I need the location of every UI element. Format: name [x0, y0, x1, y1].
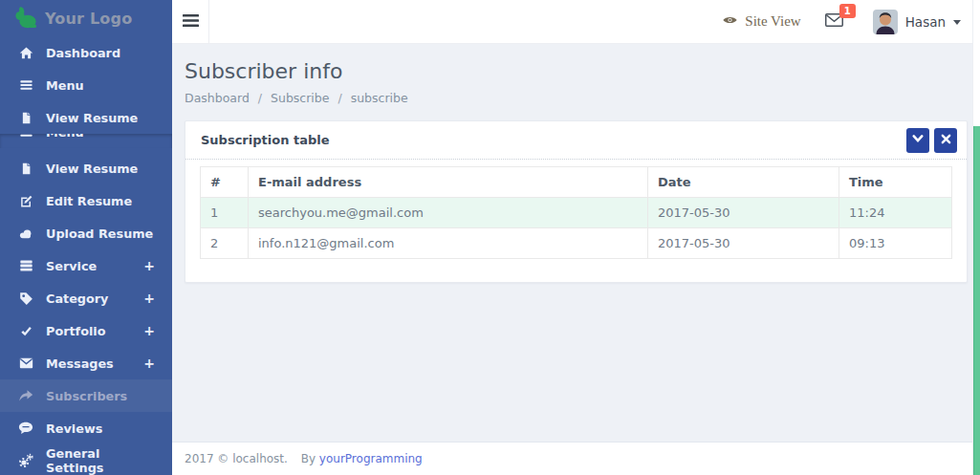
tag-icon: [18, 291, 33, 306]
gears-icon: [18, 453, 33, 468]
table-header-row: # E-mail address Date Time: [201, 167, 952, 198]
panel-title: Subscription table: [201, 133, 330, 147]
sidebar-item-label: Reviews: [46, 421, 102, 436]
column-header-email: E-mail address: [249, 167, 648, 198]
collapse-button[interactable]: [906, 128, 929, 153]
cell-index: 2: [201, 228, 249, 259]
sidebar-lower-nav: View Resume Edit Resume Upload Resume Se…: [0, 152, 172, 475]
breadcrumb-item-dashboard[interactable]: Dashboard: [185, 91, 250, 105]
file-icon: [18, 161, 33, 176]
user-menu[interactable]: Hasan: [873, 10, 961, 34]
copyright-text: 2017 © localhost.: [185, 452, 288, 465]
sidebar-item-general-settings[interactable]: General Settings: [0, 444, 172, 475]
page-title: Subscriber info: [185, 59, 968, 83]
hamburger-icon: [183, 13, 199, 31]
sidebar-item-dashboard[interactable]: Dashboard: [0, 36, 172, 69]
topbar: Site View 1 Hasan: [172, 0, 980, 44]
breadcrumb-item-subscribe[interactable]: Subscribe: [271, 91, 329, 105]
sidebar-item-messages[interactable]: Messages +: [0, 347, 172, 379]
sidebar-toggle-button[interactable]: [172, 0, 209, 44]
sidebar-item-label: Subscribers: [46, 389, 127, 403]
sidebar-item-service[interactable]: Service +: [0, 249, 172, 282]
check-icon: [18, 323, 33, 338]
cell-email: searchyou.me@gmail.com: [249, 198, 648, 228]
breadcrumb-item-current: subscribe: [351, 91, 408, 105]
sidebar-item-portfolio[interactable]: Portfolio +: [0, 314, 172, 347]
scrollbar-track[interactable]: [972, 0, 980, 475]
subscription-panel: Subscription table: [185, 120, 968, 283]
sidebar-item-edit-resume[interactable]: Edit Resume: [0, 184, 172, 217]
sidebar-item-label: View Resume: [46, 111, 138, 125]
sidebar-item-view-resume-2[interactable]: View Resume: [0, 152, 172, 184]
panel-body: # E-mail address Date Time 1 searchyou.m…: [185, 160, 967, 282]
column-header-index: #: [201, 167, 249, 198]
avatar: [873, 10, 898, 34]
messages-button[interactable]: 1: [824, 12, 844, 31]
subscription-table: # E-mail address Date Time 1 searchyou.m…: [200, 166, 952, 259]
close-button[interactable]: [934, 128, 957, 153]
sidebar-item-label: Messages: [46, 356, 114, 371]
cell-date: 2017-05-30: [648, 198, 839, 228]
expand-plus-icon: +: [143, 258, 155, 273]
sidebar-item-label: Category: [46, 291, 108, 306]
expand-plus-icon: +: [143, 356, 155, 371]
sidebar-item-label: Menu: [46, 134, 84, 140]
sidebar-item-label: Service: [46, 259, 97, 273]
cloud-upload-icon: [18, 226, 33, 241]
sidebar-item-category[interactable]: Category +: [0, 282, 172, 314]
logo[interactable]: Your Logo: [0, 0, 172, 36]
footer-by-label: By: [301, 452, 316, 465]
sidebar-item-label: General Settings: [46, 446, 155, 475]
table-row[interactable]: 1 searchyou.me@gmail.com 2017-05-30 11:2…: [201, 198, 952, 228]
envelope-outline-icon: [824, 16, 844, 31]
expand-plus-icon: +: [143, 323, 155, 338]
sidebar-item-subscribers[interactable]: Subscribers: [0, 379, 172, 412]
footer-credit-link[interactable]: yourProgramming: [319, 452, 423, 465]
expand-plus-icon: +: [143, 291, 155, 306]
edit-icon: [18, 193, 33, 208]
scrollbar-thumb[interactable]: [973, 126, 980, 475]
page-footer: 2017 © localhost. By yourProgramming: [172, 442, 980, 475]
list-icon: [18, 258, 33, 273]
column-header-time: Time: [839, 167, 952, 198]
sidebar-item-menu-clipped[interactable]: Menu: [0, 134, 172, 148]
file-icon: [18, 110, 33, 125]
sidebar-item-reviews[interactable]: Reviews: [0, 412, 172, 444]
cell-date: 2017-05-30: [648, 228, 839, 259]
breadcrumb-separator: /: [338, 91, 341, 105]
rabbit-logo-icon: [13, 6, 38, 32]
cell-time: 11:24: [839, 198, 952, 228]
envelope-icon: [18, 356, 33, 371]
menu-lines-icon: [18, 134, 33, 140]
panel-header: Subscription table: [185, 121, 967, 160]
page-header: Subscriber info Dashboard / Subscribe / …: [172, 44, 980, 115]
sidebar-item-label: Menu: [46, 78, 84, 93]
close-icon: [941, 133, 951, 147]
home-icon: [18, 45, 33, 60]
menu-lines-icon: [18, 77, 33, 93]
sidebar-item-menu[interactable]: Menu: [0, 69, 172, 101]
column-header-date: Date: [648, 167, 839, 198]
sidebar-item-label: View Resume: [46, 162, 138, 176]
chat-bubble-icon: [18, 421, 33, 436]
site-view-label: Site View: [745, 13, 800, 30]
table-row[interactable]: 2 info.n121@gmail.com 2017-05-30 09:13: [201, 228, 952, 259]
chevron-down-icon: [953, 20, 961, 25]
user-name: Hasan: [905, 14, 946, 30]
topbar-right-controls: Site View 1 Hasan: [722, 10, 980, 34]
site-view-link[interactable]: Site View: [722, 13, 800, 30]
cell-index: 1: [201, 198, 249, 228]
sidebar-item-label: Portfolio: [46, 324, 106, 338]
chevron-down-icon: [911, 133, 925, 147]
sidebar-item-label: Upload Resume: [46, 227, 153, 241]
sidebar-item-label: Edit Resume: [46, 194, 132, 208]
unread-count-badge: 1: [839, 4, 856, 18]
sidebar-item-view-resume[interactable]: View Resume: [0, 101, 172, 134]
sidebar-item-label: Dashboard: [46, 46, 120, 60]
share-arrow-icon: [18, 388, 33, 403]
eye-icon: [722, 13, 738, 30]
sidebar: Your Logo Dashboard Menu View Resume Men…: [0, 0, 172, 475]
breadcrumb-separator: /: [258, 91, 262, 105]
sidebar-item-upload-resume[interactable]: Upload Resume: [0, 217, 172, 249]
cell-time: 09:13: [839, 228, 952, 259]
